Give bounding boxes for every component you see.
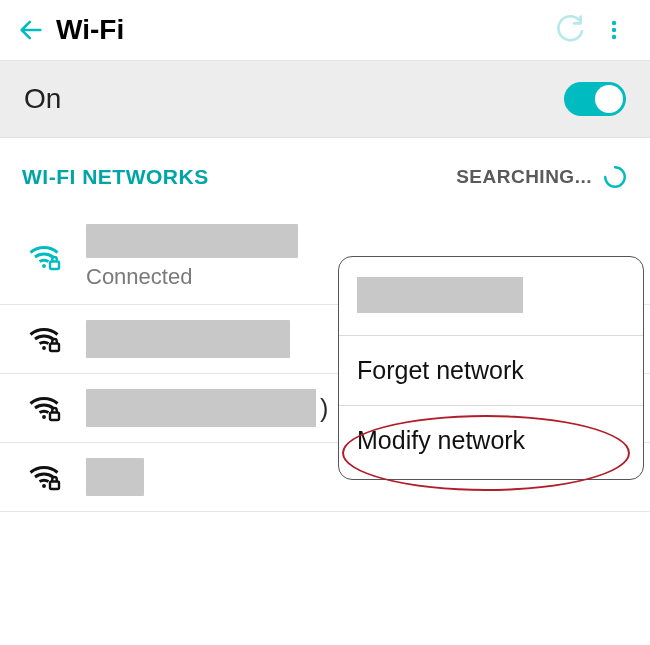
network-context-menu: Forget network Modify network [338, 256, 644, 480]
context-menu-ssid-redacted [357, 277, 523, 313]
network-ssid-redacted [86, 320, 290, 358]
wifi-toggle-switch[interactable] [564, 82, 626, 116]
more-vertical-icon [602, 18, 626, 42]
svg-point-3 [42, 264, 46, 268]
svg-point-1 [612, 28, 616, 32]
wifi-signal-secured-icon [24, 388, 64, 428]
network-ssid-redacted [86, 389, 316, 427]
networks-section-header: WI-FI NETWORKS SEARCHING... [0, 138, 650, 210]
app-header: Wi-Fi [0, 0, 650, 60]
wifi-toggle-row: On [0, 60, 650, 138]
forget-network-item[interactable]: Forget network [339, 336, 643, 406]
refresh-icon [554, 14, 586, 46]
search-status: SEARCHING... [456, 164, 628, 190]
svg-point-0 [612, 21, 616, 25]
overflow-menu-button[interactable] [592, 8, 636, 52]
switch-knob [595, 85, 623, 113]
svg-point-2 [612, 35, 616, 39]
svg-point-7 [42, 415, 46, 419]
svg-point-9 [42, 484, 46, 488]
refresh-button[interactable] [548, 8, 592, 52]
wifi-signal-secured-icon [24, 237, 64, 277]
context-menu-header [339, 257, 643, 336]
wifi-signal-secured-icon [24, 319, 64, 359]
svg-rect-6 [50, 344, 59, 352]
networks-section-title: WI-FI NETWORKS [22, 165, 209, 189]
svg-rect-8 [50, 413, 59, 421]
svg-rect-4 [50, 262, 59, 270]
search-status-text: SEARCHING... [456, 166, 592, 188]
network-ssid-redacted [86, 458, 144, 496]
wifi-state-label: On [24, 83, 61, 115]
back-button[interactable] [14, 13, 48, 47]
wifi-signal-secured-icon [24, 457, 64, 497]
svg-rect-10 [50, 482, 59, 490]
modify-network-item[interactable]: Modify network [339, 406, 643, 479]
page-title: Wi-Fi [56, 14, 124, 46]
network-ssid-redacted [86, 224, 298, 258]
spinner-icon [602, 164, 628, 190]
svg-point-5 [42, 346, 46, 350]
arrow-left-icon [17, 16, 45, 44]
